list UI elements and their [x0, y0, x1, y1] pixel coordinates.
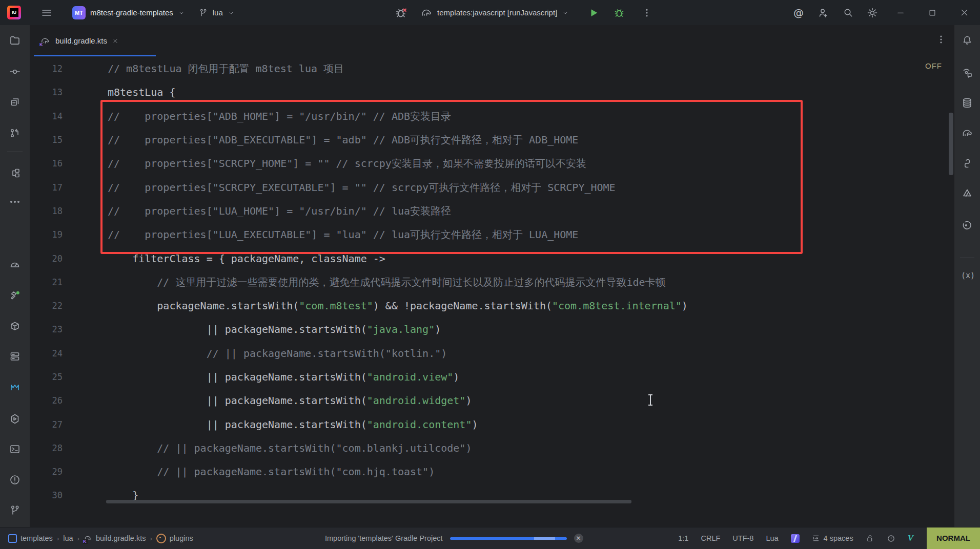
line-number[interactable]: 25: [30, 372, 63, 382]
code-line[interactable]: 16// properties["SCRCPY_HOME"] = "" // s…: [30, 152, 954, 175]
tab-build-gradle-kts[interactable]: K build.gradle.kts: [32, 25, 128, 56]
terminal-tool-button[interactable]: [9, 443, 21, 455]
code-line[interactable]: 30 }: [30, 483, 954, 507]
project-tool-button[interactable]: [9, 34, 21, 47]
pull-requests-tool-button[interactable]: [9, 127, 21, 139]
line-number[interactable]: 13: [30, 87, 63, 97]
line-number[interactable]: 18: [30, 206, 63, 216]
services-tool-button[interactable]: [9, 350, 21, 363]
run-tool-button[interactable]: [9, 413, 21, 425]
line-number[interactable]: 23: [30, 324, 63, 334]
line-number[interactable]: 22: [30, 301, 63, 311]
structure-tool-button[interactable]: [9, 167, 21, 179]
line-number[interactable]: 24: [30, 348, 63, 358]
coverage-tool-button[interactable]: [961, 219, 973, 231]
m8test-tool-button[interactable]: [9, 381, 21, 393]
branch-widget[interactable]: lua: [198, 8, 235, 17]
horizontal-scrollbar[interactable]: [106, 500, 631, 503]
ai-assistant-button[interactable]: @: [786, 0, 811, 25]
gradle-elephant-icon: [961, 127, 973, 139]
line-number[interactable]: 27: [30, 419, 63, 430]
code-line[interactable]: 28 // || packageName.startsWith("com.bla…: [30, 436, 954, 460]
code-line[interactable]: 25 || packageName.startsWith("android.vi…: [30, 365, 954, 389]
code-line[interactable]: 15// properties["ADB_EXECUTABLE"] = "adb…: [30, 128, 954, 152]
line-number[interactable]: 19: [30, 229, 63, 240]
code-line[interactable]: 23 || packageName.startsWith("java.lang"…: [30, 318, 954, 341]
search-everywhere-button[interactable]: [835, 0, 860, 25]
project-widget[interactable]: MT m8test-gradle-templates: [72, 6, 185, 19]
more-tool-windows-button[interactable]: [9, 196, 21, 208]
more-actions-button[interactable]: [635, 0, 659, 25]
commit-tool-button[interactable]: [9, 66, 21, 78]
breadcrumb-plugins[interactable]: plugins: [156, 534, 193, 543]
code-line[interactable]: 24 // || packageName.startsWith("kotlin.…: [30, 342, 954, 365]
python-packages-tool-button[interactable]: [9, 321, 21, 333]
code-line[interactable]: 18// properties["LUA_HOME"] = "/usr/bin/…: [30, 199, 954, 223]
run-configuration-widget[interactable]: templates:javascript [runJavascript]: [420, 7, 569, 19]
code-line[interactable]: 17// properties["SCRCPY_EXECUTABLE"] = "…: [30, 175, 954, 199]
line-number[interactable]: 16: [30, 158, 63, 168]
language-widget[interactable]: Lua: [766, 534, 778, 542]
version-control-tool-button[interactable]: [9, 504, 21, 516]
endpoints-tool-button[interactable]: (x): [961, 271, 973, 283]
line-number[interactable]: 21: [30, 277, 63, 287]
code-line[interactable]: 20 filterClass = { packageName, classNam…: [30, 246, 954, 270]
plugin-purple-icon[interactable]: [791, 534, 800, 543]
line-number[interactable]: 14: [30, 111, 63, 121]
python-console-tool-button[interactable]: [961, 158, 973, 170]
breadcrumb-lua[interactable]: lua: [63, 534, 73, 542]
code-with-me-button[interactable]: [811, 0, 835, 25]
line-number[interactable]: 26: [30, 395, 63, 406]
code-line[interactable]: 13m8testLua {: [30, 80, 954, 104]
vertical-scrollbar[interactable]: [949, 113, 953, 175]
code-line[interactable]: 22 packageName.startsWith("com.m8test") …: [30, 294, 954, 318]
tab-options-button[interactable]: [936, 34, 946, 45]
vim-mode-badge[interactable]: NORMAL: [927, 527, 980, 549]
lock-open-icon[interactable]: [866, 534, 874, 543]
window-close-button[interactable]: [948, 0, 980, 25]
line-separator-widget[interactable]: CRLF: [701, 534, 720, 542]
window-minimize-button[interactable]: [885, 0, 916, 25]
code-line[interactable]: 14// properties["ADB_HOME"] = "/usr/bin/…: [30, 104, 954, 128]
code-line[interactable]: 12// m8testLua 闭包用于配置 m8test lua 项目: [30, 57, 954, 80]
problems-tool-button[interactable]: [9, 474, 21, 486]
line-number[interactable]: 29: [30, 467, 63, 477]
plugin-3d-tool-button[interactable]: [961, 187, 973, 200]
tab-close-icon[interactable]: [112, 38, 118, 44]
line-number[interactable]: 17: [30, 182, 63, 193]
cancel-progress-button[interactable]: ✕: [574, 534, 583, 543]
notifications-button[interactable]: [961, 34, 973, 47]
code-editor[interactable]: OFF 12// m8testLua 闭包用于配置 m8test lua 项目1…: [30, 56, 954, 527]
breadcrumb-build-gradle-kts[interactable]: K build.gradle.kts: [84, 534, 146, 543]
bookmarks-tool-button[interactable]: [9, 96, 21, 109]
settings-button[interactable]: [860, 0, 885, 25]
debug-listener-button[interactable]: [395, 6, 408, 19]
run-button[interactable]: [581, 0, 606, 25]
code-text: // || packageName.startsWith("com.hjq.to…: [108, 466, 435, 477]
line-number[interactable]: 30: [30, 490, 63, 500]
main-menu-button[interactable]: [34, 0, 59, 25]
code-line[interactable]: 29 // || packageName.startsWith("com.hjq…: [30, 460, 954, 483]
gradle-tool-button[interactable]: [961, 127, 973, 139]
database-tool-button[interactable]: [961, 97, 973, 109]
indentation-widget[interactable]: 4 spaces: [812, 534, 853, 542]
profiler-tool-button[interactable]: [9, 259, 21, 271]
left-tool-strip: [0, 25, 30, 527]
build-tool-button[interactable]: [9, 289, 21, 302]
line-number[interactable]: 12: [30, 64, 63, 74]
debug-button[interactable]: [607, 0, 631, 25]
code-line[interactable]: 21 // 这里用于过滤一些需要使用的类，避免生成代码提示文件时间过长以及防止过…: [30, 270, 954, 294]
line-number[interactable]: 20: [30, 254, 63, 264]
encoding-widget[interactable]: UTF-8: [732, 534, 753, 542]
ideavim-icon[interactable]: V: [908, 533, 913, 543]
code-line[interactable]: 19// properties["LUA_EXECUTABLE"] = "lua…: [30, 223, 954, 246]
line-number[interactable]: 28: [30, 443, 63, 453]
caret-position-widget[interactable]: 1:1: [678, 534, 688, 542]
inspections-icon[interactable]: [887, 534, 895, 543]
code-line[interactable]: 27 || packageName.startsWith("android.co…: [30, 412, 954, 436]
window-maximize-button[interactable]: [916, 0, 948, 25]
code-line[interactable]: 26 || packageName.startsWith("android.wi…: [30, 389, 954, 412]
line-number[interactable]: 15: [30, 135, 63, 145]
ai-chat-tool-button[interactable]: [961, 67, 973, 79]
breadcrumb-templates[interactable]: templates: [8, 534, 53, 543]
